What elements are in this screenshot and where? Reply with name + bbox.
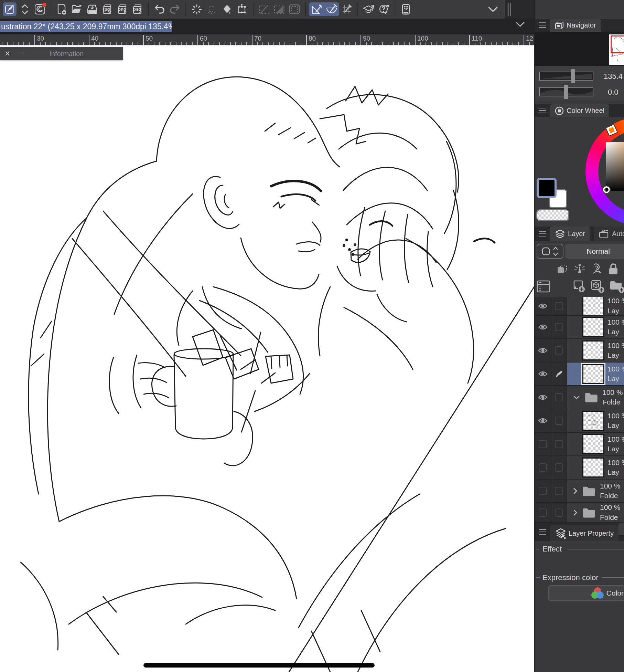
tab-navigator[interactable]: Navigator (550, 19, 601, 32)
export-jpg-button[interactable]: jpg (100, 2, 114, 16)
visibility-eye-icon[interactable] (538, 418, 548, 424)
export-psd-button[interactable]: psd (131, 2, 144, 16)
companion-mode-button[interactable] (399, 2, 413, 16)
collapse-toolbar-chevron[interactable] (486, 2, 500, 16)
fill-button[interactable] (220, 2, 234, 16)
layer-checkbox[interactable] (555, 302, 563, 310)
selection-launcher-button[interactable] (257, 2, 271, 16)
zoom-slider-handle[interactable] (571, 69, 575, 83)
export-png-button[interactable]: png (116, 2, 129, 16)
rotation-slider-handle[interactable] (564, 85, 568, 99)
shrink-selection-button[interactable] (205, 2, 219, 16)
visibility-checkbox-empty[interactable] (539, 487, 547, 495)
new-canvas-button[interactable] (55, 2, 69, 16)
redo-button[interactable] (168, 2, 182, 16)
undo-button[interactable] (153, 2, 166, 16)
information-window-titlebar[interactable]: ✕ — Information (0, 47, 123, 60)
visibility-eye-icon[interactable] (538, 324, 548, 330)
layer-thumbnail[interactable] (582, 317, 604, 337)
folder-row-hidden[interactable]: 100 %Folde (535, 480, 624, 503)
layer-property-menu-icon[interactable] (539, 529, 546, 535)
folder-row[interactable]: 100 %Folde (535, 386, 624, 409)
visibility-checkbox-empty[interactable] (539, 463, 547, 472)
layer-thumbnail[interactable] (582, 297, 604, 315)
visibility-eye-icon[interactable] (538, 303, 548, 309)
tab-color-wheel[interactable]: Color Wheel (550, 104, 609, 117)
sv-marker[interactable] (603, 186, 610, 193)
layer-row[interactable]: 100 %Lay (535, 297, 624, 316)
drawing-canvas[interactable] (0, 46, 534, 672)
visibility-eye-icon[interactable] (538, 371, 548, 377)
zoom-slider[interactable] (539, 72, 593, 81)
visibility-checkbox-empty[interactable] (539, 440, 547, 448)
open-file-button[interactable] (70, 2, 84, 16)
window-resize-chevrons-button[interactable] (18, 2, 32, 16)
layer-menu-icon[interactable] (539, 231, 546, 237)
tab-partial[interactable] (618, 523, 624, 535)
layer-row-hidden[interactable]: 100 %Lay (535, 456, 624, 480)
layer-row[interactable]: 100 %Lay (535, 316, 624, 339)
navigator-menu-icon[interactable] (539, 22, 546, 28)
visibility-eye-icon[interactable] (538, 347, 548, 354)
snap-to-special-ruler-button[interactable] (325, 2, 338, 16)
tab-layer-property[interactable]: Layer Property (550, 525, 618, 541)
help-button[interactable] (377, 2, 391, 16)
layer-checkbox[interactable] (555, 393, 563, 401)
folder-closed-chevron-icon[interactable] (573, 488, 577, 494)
layer-checkbox[interactable] (555, 323, 563, 331)
visibility-checkbox-empty[interactable] (539, 508, 547, 517)
expression-color-button[interactable]: Color (548, 585, 624, 601)
layer-row[interactable]: 100 %Lay (535, 409, 624, 433)
main-color-swatch[interactable] (537, 178, 557, 198)
clip-to-layer-below-icon[interactable] (556, 264, 568, 277)
tutorial-button[interactable] (362, 2, 376, 16)
folder-row-hidden[interactable]: 100 %Folde (535, 503, 624, 523)
layer-thumbnail[interactable] (582, 458, 604, 477)
layer-row-selected[interactable]: 100 %Lay (535, 363, 624, 386)
thumbnail-size-combo[interactable] (537, 244, 563, 259)
layer-checkbox[interactable] (555, 463, 563, 472)
new-layer-icon[interactable] (572, 280, 586, 295)
visibility-eye-icon[interactable] (538, 394, 548, 400)
color-wheel-menu-icon[interactable] (539, 108, 546, 113)
save-button[interactable] (85, 2, 99, 16)
reference-layer-icon[interactable] (573, 263, 586, 277)
tab-layer[interactable]: Layer (550, 227, 590, 241)
close-icon[interactable]: ✕ (4, 50, 11, 58)
layer-checkbox[interactable] (555, 487, 563, 495)
palette-layout-icon[interactable] (537, 280, 550, 294)
layer-thumbnail[interactable] (582, 364, 604, 384)
home-indicator[interactable] (143, 663, 375, 668)
lock-layer-icon[interactable] (608, 263, 619, 277)
layer-row[interactable]: 100 %Lay (535, 339, 624, 363)
layer-thumbnail[interactable] (582, 434, 604, 454)
layer-checkbox[interactable] (555, 417, 563, 425)
snap-to-grid-button[interactable] (340, 2, 354, 16)
new-folder-icon[interactable] (609, 280, 624, 295)
draft-layer-icon[interactable] (591, 263, 603, 277)
mask-launcher-button[interactable] (272, 2, 286, 16)
layer-thumbnail[interactable] (582, 340, 604, 360)
clip-studio-button[interactable] (33, 2, 47, 16)
navigator-preview[interactable] (535, 32, 624, 66)
layer-thumbnail[interactable] (582, 411, 604, 431)
transparent-color-swatch[interactable] (536, 209, 569, 221)
deselect-button[interactable] (190, 2, 204, 16)
tab-auto-action[interactable]: Auto (594, 227, 624, 241)
collapse-titlebar-chevron[interactable] (515, 22, 525, 28)
frame-launcher-button[interactable] (288, 2, 301, 16)
blend-mode-dropdown[interactable]: Normal (565, 244, 624, 259)
saturation-value-square[interactable] (606, 142, 624, 191)
navigator-view-rect[interactable] (611, 35, 624, 53)
layer-checkbox[interactable] (555, 508, 563, 517)
folder-closed-chevron-icon[interactable] (573, 510, 577, 516)
palette-dock-grip[interactable] (507, 3, 512, 16)
transform-button[interactable] (235, 2, 249, 16)
new-material-icon[interactable] (591, 280, 605, 295)
pen-tool-button[interactable] (3, 2, 17, 16)
layer-row-hidden[interactable]: 100 %Lay (535, 433, 624, 456)
document-title[interactable]: ustration 22* (243.25 x 209.97mm 300dpi … (0, 21, 172, 32)
snap-to-ruler-button[interactable] (310, 2, 323, 16)
layer-checkbox[interactable] (555, 440, 563, 448)
folder-open-chevron-icon[interactable] (573, 396, 580, 399)
